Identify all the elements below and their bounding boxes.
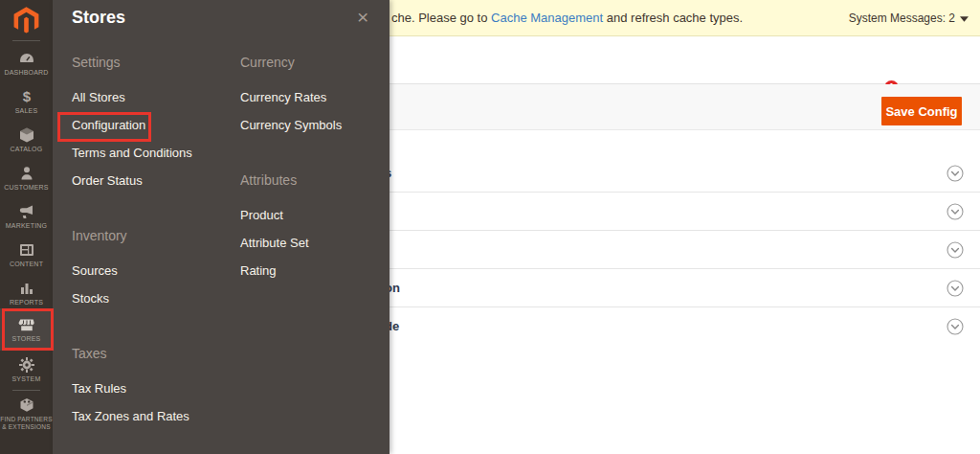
- sidebar-item-system[interactable]: SYSTEM: [0, 356, 53, 383]
- menu-item-sources[interactable]: Sources: [72, 257, 230, 284]
- sidebar-item-dashboard[interactable]: DASHBOARD: [0, 50, 53, 77]
- menu-item-tax-rules[interactable]: Tax Rules: [72, 375, 230, 402]
- flyout-title: Stores: [72, 8, 125, 28]
- flyout-column-left: Settings All Stores Configuration Terms …: [72, 49, 230, 454]
- customers-icon: [18, 165, 35, 182]
- chevron-down-circle-icon[interactable]: [947, 280, 964, 297]
- chevron-down-circle-icon[interactable]: [947, 203, 964, 220]
- system-icon: [18, 356, 35, 374]
- sidebar-item-label: REPORTS: [0, 299, 53, 306]
- menu-item-product[interactable]: Product: [240, 201, 398, 229]
- flyout-column-right: Currency Currency Rates Currency Symbols…: [240, 49, 398, 312]
- menu-item-order-status[interactable]: Order Status: [72, 167, 230, 194]
- chevron-down-circle-icon[interactable]: [947, 241, 964, 259]
- flyout-section-currency: Currency Currency Rates Currency Symbols: [240, 49, 398, 139]
- save-config-button[interactable]: Save Config: [881, 97, 962, 125]
- sidebar-item-marketing[interactable]: MARKETING: [0, 203, 53, 230]
- cache-management-link[interactable]: Cache Management: [491, 11, 603, 25]
- cache-notice-message: che. Please go to Cache Management and r…: [391, 11, 743, 25]
- menu-item-tax-zones-and-rates[interactable]: Tax Zones and Rates: [72, 402, 230, 430]
- flyout-section-header: Taxes: [72, 340, 230, 368]
- sidebar-item-label: STORES: [0, 335, 53, 343]
- menu-item-all-stores[interactable]: All Stores: [72, 83, 230, 111]
- close-icon[interactable]: ×: [357, 6, 368, 29]
- menu-item-configuration[interactable]: Configuration: [72, 111, 230, 139]
- flyout-section-attributes: Attributes Product Attribute Set Rating: [240, 167, 398, 284]
- chevron-down-circle-icon[interactable]: [947, 165, 964, 182]
- marketing-icon: [18, 203, 35, 220]
- catalog-icon: [18, 126, 35, 144]
- flyout-section-header: Settings: [72, 49, 230, 77]
- sidebar-item-label: DASHBOARD: [0, 69, 53, 77]
- flyout-section-header: Inventory: [72, 222, 230, 250]
- sidebar-item-label: MARKETING: [0, 222, 53, 230]
- sales-icon: $: [18, 88, 35, 105]
- menu-item-currency-symbols[interactable]: Currency Symbols: [240, 111, 398, 139]
- sidebar-divider: [12, 40, 40, 41]
- admin-sidebar: DASHBOARD $ SALES CATALOG CUSTOMERS MARK…: [0, 0, 53, 454]
- caret-down-icon[interactable]: [960, 16, 969, 22]
- sidebar-item-content[interactable]: CONTENT: [0, 241, 53, 268]
- sidebar-item-label: CATALOG: [0, 146, 53, 153]
- flyout-section-settings: Settings All Stores Configuration Terms …: [72, 49, 230, 194]
- chevron-down-circle-icon[interactable]: [947, 318, 964, 335]
- sidebar-item-reports[interactable]: REPORTS: [0, 280, 53, 306]
- flyout-section-header: Currency: [240, 49, 398, 77]
- magento-logo[interactable]: [11, 6, 41, 35]
- menu-item-rating[interactable]: Rating: [240, 257, 398, 284]
- cache-notice-suffix: and refresh cache types.: [603, 11, 743, 25]
- sidebar-item-sales[interactable]: $ SALES: [0, 88, 53, 115]
- sidebar-item-label: CUSTOMERS: [0, 184, 53, 192]
- menu-item-attribute-set[interactable]: Attribute Set: [240, 229, 398, 257]
- sidebar-item-label: FIND PARTNERS & EXTENSIONS: [0, 416, 53, 431]
- content-icon: [18, 241, 35, 259]
- menu-item-stocks[interactable]: Stocks: [72, 284, 230, 312]
- flyout-section-header: Attributes: [240, 167, 398, 194]
- sidebar-item-find-partners-extensions[interactable]: FIND PARTNERS & EXTENSIONS: [0, 397, 53, 431]
- menu-item-terms-and-conditions[interactable]: Terms and Conditions: [72, 139, 230, 167]
- extensions-icon: [18, 397, 35, 414]
- cache-notice-prefix: che. Please go to: [391, 11, 491, 25]
- flyout-section-inventory: Inventory Sources Stocks: [72, 222, 230, 312]
- reports-icon: [18, 280, 35, 297]
- dashboard-icon: [18, 50, 35, 67]
- menu-item-currency-rates[interactable]: Currency Rates: [240, 83, 398, 111]
- sidebar-item-label: SALES: [0, 107, 53, 115]
- flyout-section-taxes: Taxes Tax Rules Tax Zones and Rates: [72, 340, 230, 430]
- sidebar-divider: [12, 390, 40, 391]
- sidebar-item-label: CONTENT: [0, 261, 53, 268]
- system-messages-toggle[interactable]: System Messages: 2: [849, 11, 955, 25]
- sidebar-item-customers[interactable]: CUSTOMERS: [0, 165, 53, 192]
- sidebar-item-stores[interactable]: STORES: [0, 308, 53, 351]
- stores-flyout-menu: Stores × Settings All Stores Configurati…: [53, 0, 390, 454]
- svg-text:$: $: [22, 88, 31, 104]
- stores-icon: [18, 316, 35, 333]
- sidebar-item-label: SYSTEM: [0, 375, 53, 383]
- sidebar-item-catalog[interactable]: CATALOG: [0, 126, 53, 153]
